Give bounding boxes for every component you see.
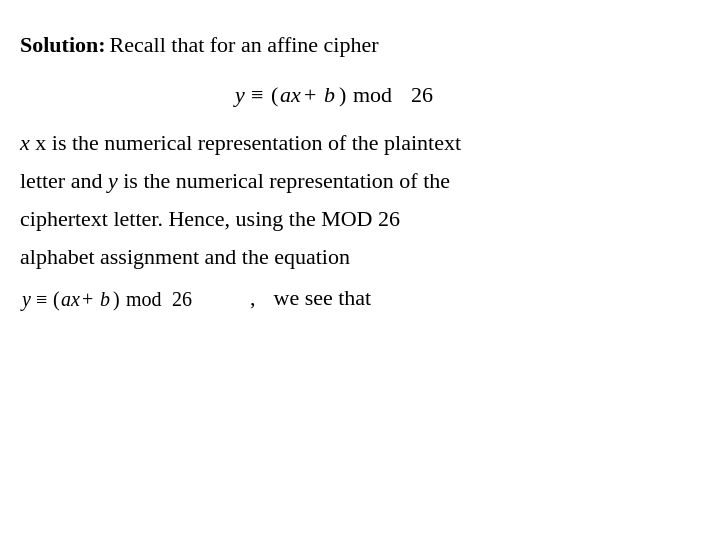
body-line3: ciphertext letter. Hence, using the MOD … [20,202,690,236]
solution-label: Solution: [20,32,106,58]
bottom-formula-svg: y ≡ ( ax + b ) mod 26 [20,282,250,314]
svg-text:y: y [20,288,31,311]
svg-text:26: 26 [172,288,192,310]
body-line2: letter and y is the numerical representa… [20,164,690,198]
y-variable: y [108,168,118,193]
line2-a: letter and [20,168,108,193]
line2-b: is the numerical representation of the [118,168,450,193]
svg-text:+: + [82,288,93,310]
svg-text:≡: ≡ [36,288,47,310]
svg-text:(: ( [53,288,60,311]
svg-text:≡: ≡ [251,82,263,107]
we-see-that-text: we see that [274,285,372,311]
body-text: x x is the numerical representation of t… [20,126,690,274]
svg-text:b: b [324,82,335,107]
bottom-comma: , [250,285,256,311]
body-line1: x x is the numerical representation of t… [20,126,690,160]
page: Solution: Recall that for an affine ciph… [0,0,720,540]
svg-text:b: b [100,288,110,310]
svg-text:ax: ax [61,288,80,310]
solution-recall-text: Recall that for an affine cipher [110,32,379,58]
bottom-line: y ≡ ( ax + b ) mod 26 , we see that [20,282,690,314]
top-formula: y ≡ ( ax + b ) mod 26 [20,76,690,112]
svg-text:mod: mod [126,288,162,310]
svg-text:): ) [339,82,346,107]
svg-text:+: + [304,82,316,107]
svg-text:y: y [233,82,245,107]
svg-text:ax: ax [280,82,301,107]
top-formula-svg: y ≡ ( ax + b ) mod 26 [225,76,485,112]
svg-text:mod: mod [353,82,392,107]
x-variable: x [20,130,30,155]
svg-text:): ) [113,288,120,311]
solution-header: Solution: Recall that for an affine ciph… [20,32,690,58]
line1-text: x is the numerical representation of the… [35,130,461,155]
svg-text:(: ( [271,82,278,107]
svg-text:26: 26 [411,82,433,107]
body-line4: alphabet assignment and the equation [20,240,690,274]
